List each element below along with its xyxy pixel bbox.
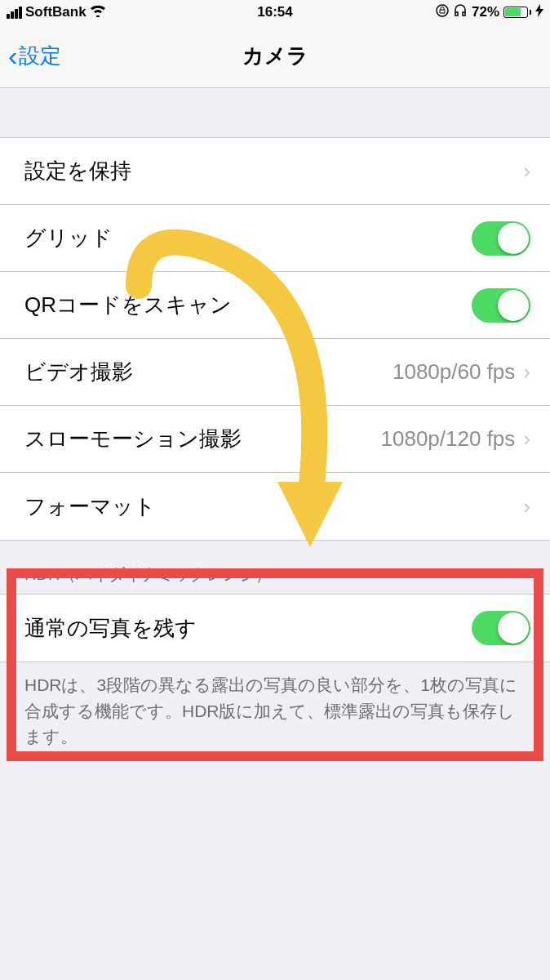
row-label: グリッド [24, 224, 472, 252]
qr-toggle[interactable] [472, 288, 530, 323]
row-label: スローモーション撮影 [24, 425, 381, 453]
status-right: 72% [436, 4, 543, 21]
row-preserve-settings[interactable]: 設定を保持 › [0, 138, 550, 205]
headphones-icon [453, 4, 468, 21]
row-grid: グリッド [0, 205, 550, 272]
chevron-right-icon: › [523, 426, 530, 452]
row-label: QRコードをスキャン [24, 291, 472, 319]
status-bar: SoftBank 16:54 72% [0, 0, 550, 24]
hdr-section-footer: HDRは、3段階の異なる露出の写真の良い部分を、1枚の写真に合成する機能です。H… [0, 662, 550, 766]
grid-toggle[interactable] [472, 221, 530, 256]
hdr-section-header: HDR（ハイダイナミックレンジ） [0, 541, 550, 594]
wifi-icon [90, 4, 106, 21]
carrier-label: SoftBank [25, 4, 86, 20]
chevron-left-icon: ‹ [8, 40, 17, 72]
settings-group-1: 設定を保持 › グリッド QRコードをスキャン ビデオ撮影 1080p/60 f… [0, 137, 550, 541]
keep-normal-toggle[interactable] [472, 611, 530, 645]
back-button[interactable]: ‹ 設定 [8, 40, 61, 72]
row-label: ビデオ撮影 [24, 358, 393, 386]
row-label: 設定を保持 [24, 157, 523, 185]
orientation-lock-icon [436, 4, 449, 21]
row-label: フォーマット [24, 492, 523, 521]
back-label: 設定 [19, 42, 61, 70]
settings-group-hdr: 通常の写真を残す [0, 594, 550, 662]
chevron-right-icon: › [523, 494, 530, 519]
signal-icon [7, 7, 22, 19]
battery-icon [503, 7, 531, 18]
chevron-right-icon: › [523, 158, 530, 184]
status-left: SoftBank [7, 4, 106, 21]
status-time: 16:54 [257, 4, 292, 20]
row-qr-scan: QRコードをスキャン [0, 272, 550, 339]
row-video-record[interactable]: ビデオ撮影 1080p/60 fps › [0, 339, 550, 406]
row-label: 通常の写真を残す [24, 614, 472, 643]
row-keep-normal-photo: 通常の写真を残す [0, 595, 550, 662]
chevron-right-icon: › [523, 359, 530, 385]
page-title: カメラ [242, 42, 308, 70]
row-value: 1080p/60 fps [393, 359, 515, 385]
row-value: 1080p/120 fps [381, 426, 516, 452]
battery-percent: 72% [472, 4, 499, 20]
row-format[interactable]: フォーマット › [0, 473, 550, 540]
nav-bar: ‹ 設定 カメラ [0, 24, 550, 88]
row-slomo-record[interactable]: スローモーション撮影 1080p/120 fps › [0, 406, 550, 473]
charging-icon [535, 4, 543, 21]
spacer [0, 88, 550, 137]
